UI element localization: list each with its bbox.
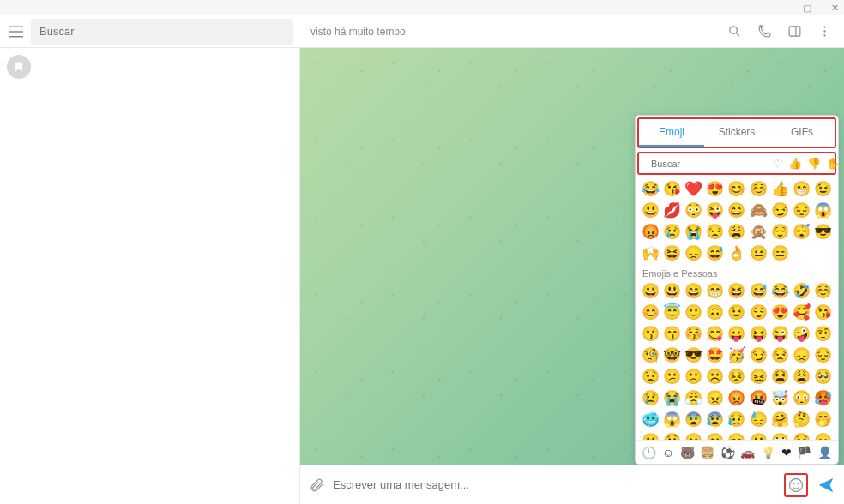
emoji-item[interactable]: 🙁 <box>684 368 702 387</box>
emoji-category-4[interactable]: ⚽ <box>720 446 735 459</box>
sidebar-search-input[interactable] <box>39 25 285 38</box>
emoji-item[interactable]: 😎 <box>814 223 833 242</box>
emoji-item[interactable]: 💋 <box>662 201 681 220</box>
emoji-item[interactable]: 🤭 <box>814 411 833 429</box>
emoji-item[interactable]: 🙃 <box>706 303 725 322</box>
emoji-item[interactable]: 😯 <box>793 432 811 440</box>
emoji-item[interactable]: 😒 <box>770 346 789 365</box>
search-icon[interactable] <box>727 24 742 39</box>
window-minimize[interactable]: — <box>774 2 786 14</box>
emoji-item[interactable]: 😦 <box>814 432 833 440</box>
filter-thumbsup-icon[interactable]: 👍 <box>788 157 802 170</box>
emoji-item[interactable]: 😁 <box>793 180 811 199</box>
emoji-item[interactable]: 😜 <box>706 201 725 220</box>
emoji-item[interactable]: 😓 <box>749 411 768 429</box>
emoji-item[interactable]: 😃 <box>662 282 681 301</box>
emoji-category-5[interactable]: 🚗 <box>740 446 755 459</box>
emoji-item[interactable]: 🥺 <box>814 368 833 387</box>
emoji-item[interactable]: 😖 <box>749 368 768 387</box>
emoji-item[interactable]: 🤓 <box>662 346 681 365</box>
emoji-item[interactable]: 🤥 <box>662 432 681 440</box>
attach-icon[interactable] <box>309 477 324 493</box>
emoji-item[interactable]: 😅 <box>706 244 725 263</box>
emoji-item[interactable]: 😘 <box>814 303 833 322</box>
emoji-category-2[interactable]: 🐻 <box>680 446 695 459</box>
emoji-item[interactable]: 😐 <box>749 244 768 263</box>
emoji-item[interactable]: 😍 <box>770 303 789 322</box>
emoji-item[interactable]: 🤯 <box>770 389 789 408</box>
emoji-item[interactable]: 😢 <box>662 223 681 242</box>
emoji-item[interactable]: 🥵 <box>814 389 833 408</box>
emoji-item[interactable]: 😂 <box>770 282 789 301</box>
emoji-item[interactable]: 🥳 <box>727 346 746 365</box>
emoji-item[interactable]: 😴 <box>793 223 811 242</box>
filter-thumbsdown-icon[interactable]: 👎 <box>807 157 821 170</box>
emoji-item[interactable]: 😤 <box>684 389 702 408</box>
sidebar-search[interactable] <box>31 19 293 45</box>
emoji-item[interactable]: 😳 <box>684 201 702 220</box>
emoji-item[interactable]: 😟 <box>641 368 660 387</box>
emoji-item[interactable]: 😐 <box>706 432 725 440</box>
emoji-item[interactable]: 😕 <box>662 368 681 387</box>
emoji-item[interactable]: 😄 <box>684 282 702 301</box>
emoji-category-1[interactable]: ☺ <box>662 446 674 459</box>
emoji-category-8[interactable]: 🏴 <box>797 446 811 459</box>
emoji-item[interactable]: 🤬 <box>749 389 768 408</box>
emoji-item[interactable]: 😘 <box>662 180 681 199</box>
emoji-button[interactable] <box>787 477 805 494</box>
emoji-item[interactable]: 🙂 <box>684 303 702 322</box>
emoji-search-input[interactable] <box>648 159 769 169</box>
filter-heart-icon[interactable]: ♡ <box>773 157 783 170</box>
emoji-item[interactable]: 🤣 <box>793 282 811 301</box>
emoji-item[interactable]: 😎 <box>684 346 702 365</box>
emoji-category-7[interactable]: ❤ <box>781 446 792 459</box>
emoji-item[interactable]: 🙈 <box>749 201 768 220</box>
emoji-item[interactable]: 😩 <box>793 368 811 387</box>
emoji-item[interactable]: 😭 <box>684 223 702 242</box>
emoji-item[interactable]: 😔 <box>793 201 811 220</box>
emoji-item[interactable]: 🤪 <box>793 325 811 344</box>
emoji-item[interactable]: 😬 <box>749 432 768 440</box>
emoji-item[interactable]: 😗 <box>641 325 660 344</box>
emoji-item[interactable]: 😨 <box>684 411 702 429</box>
emoji-item[interactable]: 😆 <box>662 244 681 263</box>
hamburger-menu-button[interactable] <box>0 16 31 47</box>
emoji-category-0[interactable]: 🕘 <box>642 446 656 459</box>
emoji-item[interactable]: 😡 <box>641 223 660 242</box>
emoji-item[interactable]: 😜 <box>770 325 789 344</box>
emoji-item[interactable]: 😄 <box>727 201 746 220</box>
emoji-item[interactable]: 😰 <box>706 411 725 429</box>
emoji-category-3[interactable]: 🍔 <box>700 446 714 459</box>
emoji-item[interactable]: 😭 <box>662 389 681 408</box>
emoji-item[interactable]: 🧐 <box>641 346 660 365</box>
emoji-item[interactable]: 👍 <box>770 180 789 199</box>
emoji-item[interactable]: 😇 <box>662 303 681 322</box>
filter-hand-icon[interactable]: ✋ <box>826 157 840 170</box>
emoji-item[interactable]: ❤️ <box>684 180 702 199</box>
window-close[interactable]: ✕ <box>829 2 841 14</box>
saved-messages-avatar[interactable] <box>7 55 31 79</box>
tab-emoji[interactable]: Emoji <box>639 119 704 147</box>
emoji-item[interactable]: 👌 <box>727 244 746 263</box>
emoji-item[interactable]: 🥶 <box>641 411 660 429</box>
emoji-item[interactable]: 😏 <box>749 346 768 365</box>
emoji-item[interactable]: 😢 <box>641 389 660 408</box>
emoji-item[interactable]: 🤨 <box>814 325 833 344</box>
emoji-item[interactable]: 😉 <box>814 180 833 199</box>
emoji-item[interactable]: 😑 <box>727 432 746 440</box>
emoji-category-9[interactable]: 👤 <box>817 446 832 459</box>
call-icon[interactable] <box>757 24 772 39</box>
emoji-item[interactable]: 😚 <box>684 325 702 344</box>
emoji-item[interactable]: 🤗 <box>770 411 789 429</box>
emoji-item[interactable]: 🤩 <box>706 346 725 365</box>
emoji-item[interactable]: 😛 <box>727 325 746 344</box>
emoji-item[interactable]: 😊 <box>641 303 660 322</box>
emoji-item[interactable]: 😌 <box>770 223 789 242</box>
emoji-item[interactable]: 😊 <box>727 180 746 199</box>
emoji-item[interactable]: 😙 <box>662 325 681 344</box>
emoji-item[interactable]: 😱 <box>662 411 681 429</box>
emoji-scroll-area[interactable]: 😂😘❤️😍😊☺️👍😁😉😃💋😳😜😄🙈😏😔😱😡😢😭😒😩🙊😌😴😎🙌😆😞😅👌😐😑 Emo… <box>636 177 838 440</box>
emoji-item[interactable]: 😆 <box>727 282 746 301</box>
emoji-item[interactable]: 😣 <box>727 368 746 387</box>
emoji-item[interactable]: 🙊 <box>749 223 768 242</box>
